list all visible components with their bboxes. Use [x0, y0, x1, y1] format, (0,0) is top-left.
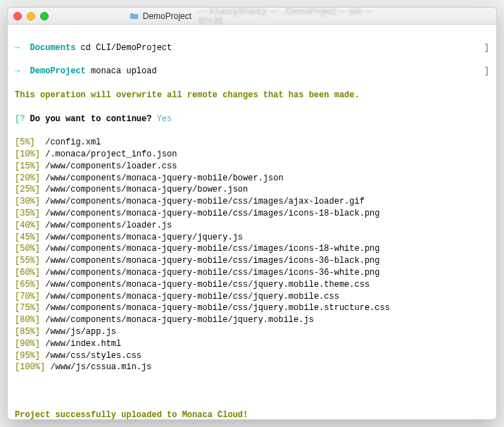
progress-path: /www/components/monaca-jquery-mobile/bow… — [40, 173, 284, 183]
progress-path: /www/components/monaca-jquery-mobile/css… — [40, 197, 365, 206]
progress-line: [90%] /www/index.html — [15, 338, 489, 350]
progress-line: [40%] /www/components/loader.js — [15, 220, 489, 232]
progress-path: /www/components/monaca-jquery-mobile/css… — [40, 209, 379, 218]
progress-percent: [85%] — [15, 327, 40, 337]
progress-percent: [80%] — [15, 315, 40, 325]
progress-percent: [65%] — [15, 280, 40, 290]
prompt-brace: ] — [484, 42, 489, 54]
progress-path: /www/css/styles.css — [40, 351, 141, 361]
prompt-arrow: → — [15, 66, 20, 76]
progress-line: [10%] /.monaca/project_info.json — [15, 149, 489, 161]
progress-percent: [30%] — [15, 197, 40, 206]
prompt-brace: ] — [484, 66, 489, 78]
progress-line: [80%] /www/components/monaca-jquery-mobi… — [15, 314, 489, 326]
progress-line: [20%] /www/components/monaca-jquery-mobi… — [15, 173, 489, 185]
progress-line: [60%] /www/components/monaca-jquery-mobi… — [15, 267, 489, 279]
terminal-body[interactable]: ]→ Documents cd CLI/DemoProject ]→ DemoP… — [8, 25, 496, 420]
command-text: monaca upload — [86, 66, 157, 76]
progress-path: /www/js/cssua.min.js — [45, 362, 151, 372]
progress-path: /www/components/monaca-jquery/jquery.js — [40, 233, 243, 242]
progress-line: [95%] /www/css/styles.css — [15, 350, 489, 362]
progress-path: /www/components/monaca-jquery-mobile/css… — [40, 303, 390, 313]
progress-percent: [45%] — [15, 233, 40, 242]
progress-path: /www/index.html — [40, 339, 121, 349]
progress-line: [100%] /www/js/cssua.min.js — [15, 361, 489, 373]
progress-percent: [35%] — [15, 209, 40, 218]
cwd-label: Documents — [30, 43, 76, 53]
progress-percent: [95%] — [15, 351, 40, 361]
warning-text: This operation will overwrite all remote… — [15, 90, 360, 100]
progress-line: [85%] /www/js/app.js — [15, 326, 489, 338]
minimize-button[interactable] — [27, 12, 35, 20]
close-button[interactable] — [13, 12, 22, 20]
progress-line: [50%] /www/components/monaca-jquery-mobi… — [15, 243, 489, 255]
progress-percent: [70%] — [15, 292, 40, 302]
progress-path: /www/components/monaca-jquery/bower.json — [40, 185, 248, 194]
progress-path: /www/components/monaca-jquery-mobile/css… — [40, 244, 379, 254]
window-title: DemoProject — Khancy/khancy — ../DemoPro… — [130, 7, 374, 26]
progress-path: /www/components/loader.js — [40, 221, 172, 230]
progress-path: /www/components/monaca-jquery-mobile/jqu… — [40, 315, 314, 325]
progress-line: [25%] /www/components/monaca-jquery/bowe… — [15, 184, 489, 196]
progress-percent: [25%] — [15, 185, 40, 194]
progress-line: [35%] /www/components/monaca-jquery-mobi… — [15, 208, 489, 220]
progress-path: /www/components/monaca-jquery-mobile/css… — [40, 268, 379, 278]
prompt-arrow: → — [15, 43, 20, 53]
progress-line: [55%] /www/components/monaca-jquery-mobi… — [15, 255, 489, 267]
command-text: cd CLI/DemoProject — [75, 43, 172, 53]
progress-percent: [5%] — [15, 137, 35, 147]
progress-path: /config.xml — [35, 137, 101, 147]
progress-percent: [55%] — [15, 256, 40, 266]
traffic-lights — [13, 12, 49, 20]
title-folder: DemoProject — [143, 11, 191, 21]
progress-percent: [15%] — [15, 161, 40, 171]
progress-line: [75%] /www/components/monaca-jquery-mobi… — [15, 302, 489, 314]
progress-path: /www/js/app.js — [40, 327, 116, 337]
progress-path: /www/components/loader.css — [40, 161, 177, 171]
progress-line: [65%] /www/components/monaca-jquery-mobi… — [15, 279, 489, 291]
progress-line: [45%] /www/components/monaca-jquery/jque… — [15, 232, 489, 244]
upload-progress-list: [5%] /config.xml[10%] /.monaca/project_i… — [15, 137, 489, 373]
progress-line: [30%] /www/components/monaca-jquery-mobi… — [15, 196, 489, 208]
folder-icon — [130, 12, 139, 20]
terminal-window: DemoProject — Khancy/khancy — ../DemoPro… — [7, 7, 497, 420]
progress-percent: [10%] — [15, 149, 40, 159]
answer-yes: Yes — [157, 114, 172, 124]
progress-line: [15%] /www/components/loader.css — [15, 161, 489, 173]
progress-line: [5%] /config.xml — [15, 137, 489, 149]
progress-percent: [90%] — [15, 339, 40, 349]
progress-path: /www/components/monaca-jquery-mobile/css… — [40, 292, 339, 302]
progress-path: /.monaca/project_info.json — [40, 149, 177, 159]
progress-percent: [100%] — [15, 362, 45, 372]
titlebar[interactable]: DemoProject — Khancy/khancy — ../DemoPro… — [8, 8, 496, 25]
prompt-question: Do you want to continue? — [25, 114, 156, 124]
progress-line: [70%] /www/components/monaca-jquery-mobi… — [15, 291, 489, 303]
progress-percent: [20%] — [15, 173, 40, 183]
progress-percent: [60%] — [15, 268, 40, 278]
title-path: — Khancy/khancy — ../DemoProject — ssh —… — [199, 7, 374, 26]
question-mark: [? — [15, 114, 25, 124]
progress-percent: [75%] — [15, 303, 40, 313]
cwd-label: DemoProject — [30, 66, 86, 76]
progress-path: /www/components/monaca-jquery-mobile/css… — [40, 256, 379, 266]
progress-path: /www/components/monaca-jquery-mobile/css… — [40, 280, 370, 290]
progress-percent: [40%] — [15, 221, 40, 230]
maximize-button[interactable] — [40, 12, 49, 20]
progress-percent: [50%] — [15, 244, 40, 254]
success-message: Project successfully uploaded to Monaca … — [15, 410, 248, 420]
